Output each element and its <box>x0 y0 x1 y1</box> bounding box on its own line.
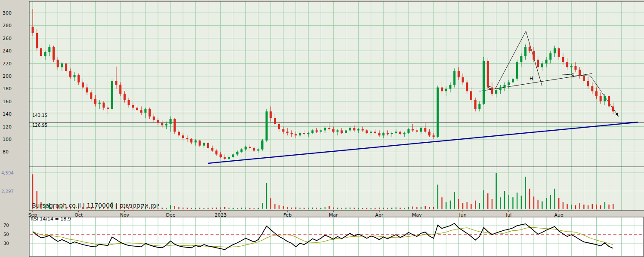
svg-text:300: 300 <box>3 10 12 16</box>
svg-text:70: 70 <box>3 223 9 228</box>
svg-text:30: 30 <box>3 241 9 246</box>
svg-text:280: 280 <box>3 23 12 28</box>
bursagraph-chart-window: 143.15126.95SHS3002802602402202001801601… <box>0 0 644 257</box>
svg-text:100: 100 <box>3 137 12 142</box>
svg-text:S: S <box>488 86 491 92</box>
price-axis-labels: 30028026024022020018016014012010080 <box>3 10 12 155</box>
price-panel-bg <box>29 1 644 211</box>
volume-axis-labels: 4,5942,297 <box>1 171 14 194</box>
svg-text:180: 180 <box>3 86 12 92</box>
svg-text:220: 220 <box>3 61 12 67</box>
time-axis: SepOctNovDec2023FebMarAprMayJunJulAug <box>28 211 564 218</box>
rsi-panel[interactable] <box>29 217 644 257</box>
svg-text:2,297: 2,297 <box>1 189 14 194</box>
rsi-indicator-label: RSI 14/14 = 18.9 <box>31 216 71 222</box>
svg-text:120: 120 <box>3 124 12 130</box>
svg-text:200: 200 <box>3 73 12 79</box>
svg-text:4,594: 4,594 <box>1 171 14 175</box>
rsi-axis-labels: 705030 <box>3 223 9 246</box>
svg-text:140: 140 <box>3 111 12 117</box>
svg-text:50: 50 <box>3 232 9 237</box>
chart-canvas[interactable]: 143.15126.95SHS3002802602402202001801601… <box>0 0 644 257</box>
svg-text:H: H <box>529 76 533 82</box>
chart-watermark: Bursagraph.co.il | 1170000 | יומן אקסטנש… <box>32 202 159 209</box>
svg-text:S: S <box>571 73 574 79</box>
svg-text:143.15: 143.15 <box>32 113 47 118</box>
svg-text:160: 160 <box>3 99 12 104</box>
svg-text:80: 80 <box>3 149 9 155</box>
svg-text:240: 240 <box>3 48 12 54</box>
svg-text:260: 260 <box>3 36 12 41</box>
svg-text:126.95: 126.95 <box>32 123 47 128</box>
